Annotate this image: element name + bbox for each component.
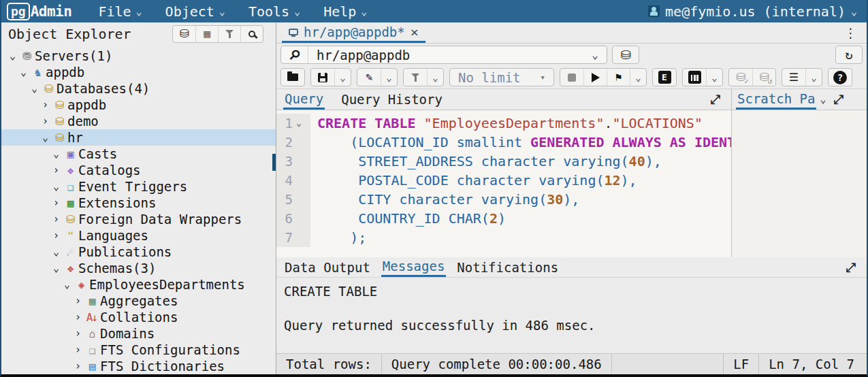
reset-layout-button[interactable]: ↻ bbox=[835, 46, 863, 64]
tree-item-domains[interactable]: ›⌂Domains bbox=[1, 325, 276, 342]
tree-item-databases[interactable]: ⌄⛁Databases(4) bbox=[1, 80, 276, 97]
view-data-button[interactable]: ▦ bbox=[195, 26, 218, 42]
code-line[interactable]: (LOCATION_ID smallint GENERATED ALWAYS A… bbox=[310, 133, 731, 152]
chevron-right-icon[interactable]: › bbox=[50, 213, 62, 225]
tree-item-servers[interactable]: ⌄⛃Servers(1) bbox=[1, 48, 276, 64]
chevron-right-icon[interactable]: › bbox=[72, 327, 84, 340]
tree-item-languages[interactable]: ›❝Languages bbox=[1, 227, 276, 244]
maximize-scratch-pad-button[interactable]: ⤢ bbox=[829, 89, 847, 110]
tree-item-publications[interactable]: ⌄☄Publications bbox=[1, 244, 276, 260]
save-options-button[interactable]: ⌄ bbox=[334, 69, 351, 86]
tree-item-foreign-data-wrappers[interactable]: ›⛁Foreign Data Wrappers bbox=[1, 211, 276, 227]
tree-item-database-hr[interactable]: ⌄⛁hr bbox=[1, 129, 276, 146]
chevron-right-icon[interactable]: › bbox=[50, 197, 62, 209]
tree-item-fts-configurations[interactable]: ›❏FTS Configurations bbox=[1, 342, 276, 358]
tab-data-output[interactable]: Data Output bbox=[283, 257, 372, 277]
chevron-down-icon[interactable]: ⌄ bbox=[18, 66, 29, 78]
explain-analyze-button[interactable] bbox=[683, 69, 706, 86]
edit-options-button[interactable]: ⌄ bbox=[381, 69, 397, 86]
maximize-editor-button[interactable]: ⤢ bbox=[707, 89, 724, 110]
commit-button[interactable]: ⛁✓ bbox=[729, 69, 752, 86]
quick-search-database-button[interactable]: ⛁ bbox=[173, 26, 195, 42]
help-button[interactable]: ? bbox=[829, 69, 852, 86]
message-line bbox=[284, 300, 867, 317]
chevron-right-icon[interactable]: › bbox=[50, 164, 62, 176]
tree-item-database-appdb[interactable]: ›⛁appdb bbox=[1, 97, 276, 113]
tab-notifications[interactable]: Notifications bbox=[455, 257, 560, 277]
filter-options-button[interactable]: ⌄ bbox=[427, 69, 443, 86]
code-line[interactable]: POSTAL_CODE character varying(12), bbox=[310, 171, 637, 190]
user-menu[interactable]: me@fymio.us (internal) ⌄ bbox=[648, 3, 867, 20]
chevron-down-icon[interactable]: ⌄ bbox=[50, 180, 62, 193]
new-connection-button[interactable]: ⛁ bbox=[612, 46, 639, 64]
tree-item-catalogs[interactable]: ›❖Catalogs bbox=[1, 162, 276, 178]
chevron-down-icon[interactable]: ⌄ bbox=[29, 82, 40, 95]
chevron-down-icon[interactable]: ⌄ bbox=[50, 262, 62, 274]
scratch-pad-input[interactable] bbox=[732, 110, 867, 257]
tree-item-server-appdb[interactable]: ⌄♞appdb bbox=[1, 64, 276, 80]
menu-tools[interactable]: Tools ⌄ bbox=[237, 0, 312, 22]
explain-options-button[interactable]: ⌄ bbox=[706, 69, 722, 86]
filter-button[interactable] bbox=[218, 26, 240, 42]
kebab-menu-button[interactable]: ⋮ bbox=[835, 22, 867, 43]
explain-button[interactable]: E bbox=[653, 69, 676, 86]
execute-query-button[interactable] bbox=[583, 69, 607, 86]
tree-item-aggregates[interactable]: ›▦Aggregates bbox=[1, 293, 276, 309]
code-line[interactable]: ); bbox=[310, 228, 366, 247]
edit-button[interactable]: ✎ bbox=[357, 69, 381, 86]
tree-item-extensions[interactable]: ›▩Extensions bbox=[1, 195, 276, 211]
tree-item-collations[interactable]: ›A↓Collations bbox=[1, 309, 276, 325]
folder-icon bbox=[287, 73, 298, 81]
close-icon[interactable]: × bbox=[411, 25, 419, 39]
rollback-button[interactable]: ⛁↺ bbox=[752, 69, 775, 86]
cancel-query-button[interactable] bbox=[560, 69, 583, 86]
search-button[interactable] bbox=[240, 26, 263, 42]
aggregates-icon: ▦ bbox=[84, 295, 99, 308]
fold-arrow-icon[interactable]: ⌄ bbox=[293, 114, 305, 133]
chevron-down-icon[interactable]: ⌄ bbox=[50, 148, 62, 160]
chevron-down-icon[interactable]: ⌄ bbox=[39, 131, 51, 144]
menu-file[interactable]: File ⌄ bbox=[86, 0, 153, 22]
code-line[interactable]: CITY character varying(30), bbox=[310, 190, 579, 209]
line-number: 5 bbox=[276, 190, 293, 209]
execute-options-button[interactable]: ⌄ bbox=[630, 69, 646, 86]
chevron-right-icon[interactable]: › bbox=[39, 99, 51, 111]
tree-item-event-triggers[interactable]: ⌄❏Event Triggers bbox=[1, 178, 276, 195]
tree-item-schema-employeesdepartments[interactable]: ⌄◈EmployeesDepartments bbox=[1, 276, 276, 293]
chevron-right-icon[interactable]: › bbox=[50, 229, 62, 242]
tree-item-database-demo[interactable]: ›⛁demo bbox=[1, 113, 276, 129]
code-line[interactable]: COUNTRY_ID CHAR(2) bbox=[310, 209, 506, 228]
tab-query[interactable]: Query bbox=[283, 89, 325, 110]
code-line[interactable]: CREATE TABLE "EmployeesDepartments"."LOC… bbox=[310, 114, 703, 133]
tree-item-casts[interactable]: ⌄▣Casts bbox=[1, 146, 276, 162]
chevron-down-icon[interactable]: ⌄ bbox=[50, 246, 62, 258]
tab-query-history[interactable]: Query History bbox=[340, 89, 444, 110]
chevron-right-icon[interactable]: › bbox=[72, 344, 84, 356]
maximize-output-button[interactable]: ⤢ bbox=[842, 257, 860, 277]
menu-object[interactable]: Object ⌄ bbox=[154, 0, 237, 22]
macros-button[interactable]: ☰ bbox=[782, 69, 805, 86]
execute-options-flag-button[interactable]: ⚑ bbox=[607, 69, 630, 86]
filter-rows-button[interactable] bbox=[404, 69, 427, 86]
scratch-pad-menu-button[interactable]: ⌄ bbox=[816, 89, 829, 110]
chevron-right-icon[interactable]: › bbox=[72, 360, 84, 372]
connection-dropdown[interactable]: ⚲ hr/app@appdb ⌄ bbox=[280, 46, 607, 64]
macros-options-button[interactable]: ⌄ bbox=[805, 69, 822, 86]
query-tool-tab[interactable]: hr/app@appdb* × bbox=[282, 22, 425, 43]
chevron-down-icon[interactable]: ⌄ bbox=[7, 50, 18, 62]
code-line[interactable]: STREET_ADDRESS character varying(40), bbox=[310, 152, 662, 171]
tree-item-fts-dictionaries[interactable]: ›▤FTS Dictionaries bbox=[1, 358, 276, 374]
chevron-down-icon[interactable]: ⌄ bbox=[61, 278, 73, 291]
save-file-button[interactable] bbox=[311, 69, 334, 86]
sidebar-scrollbar-thumb[interactable] bbox=[272, 154, 276, 171]
tree-item-schemas[interactable]: ⌄❖Schemas(3) bbox=[1, 260, 276, 276]
tab-messages[interactable]: Messages bbox=[381, 257, 447, 277]
chevron-right-icon[interactable]: › bbox=[72, 295, 84, 307]
chevron-right-icon[interactable]: › bbox=[39, 115, 51, 127]
menu-help[interactable]: Help ⌄ bbox=[312, 0, 379, 22]
tab-scratch-pad[interactable]: Scratch Pa bbox=[736, 89, 816, 110]
chevron-right-icon[interactable]: › bbox=[72, 311, 84, 323]
open-file-button[interactable] bbox=[281, 69, 304, 86]
sql-editor[interactable]: 1⌄CREATE TABLE "EmployeesDepartments"."L… bbox=[276, 110, 731, 257]
row-limit-select[interactable]: No limit ▾ bbox=[450, 69, 553, 86]
